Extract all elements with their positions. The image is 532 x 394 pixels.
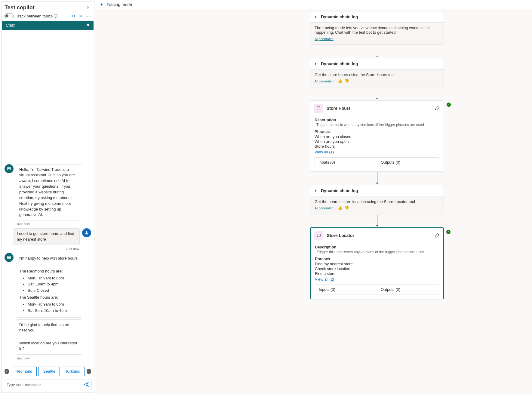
topic-icon bbox=[314, 231, 323, 240]
connector bbox=[376, 172, 378, 185]
tracing-panel: ✦ Tracing mode ✦ Dynamic chain log The t… bbox=[96, 0, 532, 394]
svg-point-7 bbox=[9, 257, 10, 258]
sparkle-icon: ✦ bbox=[314, 62, 317, 66]
thumbs-up-icon[interactable]: 👍 bbox=[338, 206, 343, 210]
sparkle-icon[interactable]: ✦ bbox=[79, 14, 83, 18]
store-hours-node[interactable]: ✓ Store Hours Description Trigger this t… bbox=[310, 100, 444, 172]
next-arrow-icon[interactable]: › bbox=[87, 369, 91, 374]
phrase-item: Find a store bbox=[315, 271, 439, 276]
more-icon[interactable]: ⋯ bbox=[87, 14, 91, 18]
bot-bubble: I'm happy to help with store hours. bbox=[16, 253, 82, 264]
test-copilot-panel: Test copilot ✕ Track between topics i ↻ … bbox=[1, 1, 94, 393]
phrases-label: Phrases bbox=[315, 129, 439, 134]
panel-header: Test copilot ✕ bbox=[2, 2, 94, 12]
description-text: Trigger this topic when any versions of … bbox=[316, 123, 439, 127]
refresh-icon[interactable]: ↻ bbox=[72, 14, 75, 18]
bot-message-row: I'm happy to help with store hours. The … bbox=[5, 253, 91, 355]
feedback-icons: 👍 👎 bbox=[338, 206, 349, 210]
description-label: Description bbox=[315, 245, 439, 249]
tracing-canvas[interactable]: ✦ Dynamic chain log The tracing mode let… bbox=[96, 9, 532, 394]
chat-tab[interactable]: Chat ⚑ bbox=[2, 21, 94, 30]
phrase-item: Check store location bbox=[315, 266, 439, 271]
phrase-item: When are you open bbox=[315, 139, 439, 144]
svg-rect-0 bbox=[8, 168, 11, 170]
view-all-link[interactable]: View all (1) bbox=[315, 150, 439, 154]
message-input[interactable] bbox=[7, 383, 84, 387]
seattle-hours-list: Mon-Fri: 9am to 6pm Sat-Sun: 10am to 4pm bbox=[19, 302, 79, 314]
tracing-title: Tracing mode bbox=[106, 2, 132, 7]
connector bbox=[376, 45, 378, 58]
thumbs-up-icon[interactable]: 👍 bbox=[338, 79, 343, 83]
svg-point-1 bbox=[8, 168, 9, 169]
node-title: Store Hours bbox=[327, 106, 351, 111]
inputs-cell[interactable]: Inputs (0) bbox=[315, 158, 377, 167]
dynamic-chain-log-node[interactable]: ✦ Dynamic chain log Get the store hours … bbox=[310, 58, 444, 87]
edit-icon[interactable] bbox=[435, 106, 440, 111]
list-item: Mon-Fri: 9am to 6pm bbox=[28, 275, 79, 281]
chat-body: Hello, I'm Tailwind Traders, a virtual a… bbox=[2, 30, 94, 365]
flag-icon[interactable]: ⚑ bbox=[86, 23, 90, 28]
phrase-item: Store hours bbox=[315, 144, 439, 149]
node-body-text: The tracing mode lets you view how dynam… bbox=[315, 26, 439, 35]
list-item: Sun: Closed bbox=[28, 288, 79, 294]
topic-icon bbox=[314, 104, 323, 113]
phrases-label: Phrases bbox=[315, 257, 439, 261]
prev-arrow-icon[interactable]: ‹ bbox=[5, 369, 9, 374]
svg-point-6 bbox=[8, 257, 9, 258]
thumbs-down-icon[interactable]: 👎 bbox=[344, 206, 349, 210]
io-row: Inputs (0) Outputs (0) bbox=[315, 285, 439, 294]
user-bubble: I need to get store hours and find my ne… bbox=[14, 228, 80, 245]
bot-avatar-icon bbox=[5, 253, 14, 262]
svg-point-4 bbox=[86, 231, 87, 233]
suggestion-kirkland[interactable]: Kirkland bbox=[62, 367, 85, 376]
message-input-row bbox=[4, 380, 92, 390]
list-item: Sat: 10am to 4pm bbox=[28, 282, 79, 287]
inputs-cell[interactable]: Inputs (0) bbox=[315, 285, 377, 294]
node-body-text: Get the store hours using the Store-Hour… bbox=[315, 72, 439, 77]
send-icon[interactable] bbox=[84, 382, 89, 388]
connector bbox=[376, 214, 378, 227]
description-text: Trigger this topic when any versions of … bbox=[317, 250, 439, 254]
redmond-label: The Redmond hours are: bbox=[19, 269, 79, 274]
ai-generated-link[interactable]: AI generated bbox=[315, 79, 334, 83]
track-label: Track between topics i bbox=[16, 14, 69, 18]
thumbs-down-icon[interactable]: 👎 bbox=[344, 79, 349, 83]
edit-icon[interactable] bbox=[435, 233, 440, 239]
view-all-link[interactable]: View all (2) bbox=[315, 277, 439, 282]
user-message-row: I need to get store hours and find my ne… bbox=[5, 228, 91, 245]
close-icon[interactable]: ✕ bbox=[85, 4, 91, 11]
dynamic-chain-log-node[interactable]: ✦ Dynamic chain log Get the nearest stor… bbox=[310, 185, 444, 214]
bot-message-column: I'm happy to help with store hours. The … bbox=[16, 253, 82, 355]
timestamp: Just now bbox=[17, 222, 91, 226]
description-label: Description bbox=[315, 118, 439, 122]
info-icon[interactable]: i bbox=[54, 14, 57, 18]
timestamp: Just now bbox=[17, 356, 91, 360]
suggestion-seattle[interactable]: Seattle bbox=[38, 367, 60, 376]
sparkle-icon: ✦ bbox=[100, 2, 103, 7]
ai-generated-link[interactable]: AI generated bbox=[315, 206, 334, 210]
connector bbox=[376, 87, 378, 100]
list-item: Mon-Fri: 9am to 6pm bbox=[28, 302, 79, 307]
bot-greeting-bubble: Hello, I'm Tailwind Traders, a virtual a… bbox=[16, 164, 82, 221]
phrase-item: Find my nearest store bbox=[315, 262, 439, 266]
svg-rect-5 bbox=[8, 256, 11, 259]
timestamp: Just now bbox=[5, 247, 79, 251]
io-row: Inputs (0) Outputs (0) bbox=[315, 157, 439, 167]
ai-generated-link[interactable]: AI generated bbox=[315, 37, 334, 41]
store-locator-node[interactable]: ✓ Store Locator Description Trigger this… bbox=[310, 227, 444, 299]
toolbar-actions: ↻ ✦ ⋯ bbox=[72, 14, 91, 18]
track-toggle[interactable] bbox=[5, 14, 14, 18]
dynamic-chain-log-node[interactable]: ✦ Dynamic chain log The tracing mode let… bbox=[310, 11, 444, 45]
outputs-cell[interactable]: Outputs (0) bbox=[377, 158, 439, 167]
suggestion-redmond[interactable]: Redmond bbox=[11, 367, 37, 376]
redmond-hours-list: Mon-Fri: 9am to 6pm Sat: 10am to 4pm Sun… bbox=[19, 275, 79, 294]
panel-title: Test copilot bbox=[5, 5, 35, 11]
svg-point-2 bbox=[9, 168, 10, 169]
outputs-cell[interactable]: Outputs (0) bbox=[377, 285, 439, 294]
bot-bubble: Which location are you interested in? bbox=[16, 338, 82, 355]
node-title: Dynamic chain log bbox=[321, 61, 358, 66]
node-title: Store Locator bbox=[327, 233, 354, 238]
phrase-item: When are you closed bbox=[315, 134, 439, 139]
bot-message-row: Hello, I'm Tailwind Traders, a virtual a… bbox=[5, 164, 91, 221]
sparkle-icon: ✦ bbox=[314, 15, 317, 19]
